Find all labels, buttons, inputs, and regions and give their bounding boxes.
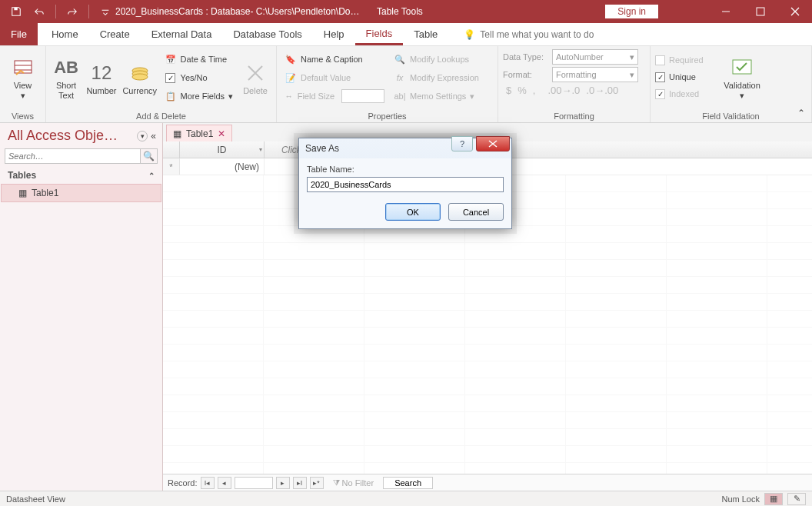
row-selector[interactable]: * xyxy=(163,158,180,175)
ribbon: View▾ Views AB Short Text 12 Number Curr… xyxy=(0,46,812,123)
record-position-input[interactable] xyxy=(235,477,273,489)
more-fields-button[interactable]: 📋More Fields ▾ xyxy=(161,88,236,105)
tag-icon: 🔖 xyxy=(285,53,297,65)
nav-collapse-icon[interactable]: « xyxy=(151,131,156,141)
unique-label: Unique xyxy=(669,72,696,82)
tab-database-tools[interactable]: Database Tools xyxy=(222,23,312,45)
collapse-group-icon[interactable]: ⌃ xyxy=(148,171,155,180)
datasheet-view-icon xyxy=(12,56,35,79)
nav-group-tables[interactable]: Tables⌃ xyxy=(0,167,162,184)
short-text-label: Short Text xyxy=(51,81,82,100)
last-record-button[interactable]: ▸I xyxy=(293,477,307,489)
qat-customize-icon[interactable] xyxy=(95,2,115,22)
no-filter-label: No Filter xyxy=(342,478,374,488)
nav-search-input[interactable] xyxy=(5,148,141,164)
navigation-pane: All Access Obje… ▾ « 🔍 Tables⌃ ▦Table1 xyxy=(0,123,163,491)
sign-in-button[interactable]: Sign in xyxy=(605,5,658,18)
prev-record-button[interactable]: ◂ xyxy=(218,477,231,489)
currency-button[interactable]: Currency xyxy=(121,49,158,108)
dialog-help-button[interactable]: ? xyxy=(451,136,473,151)
date-time-button[interactable]: 📅Date & Time xyxy=(161,51,236,68)
delete-button: Delete xyxy=(239,49,271,108)
memo-settings-label: Memo Settings xyxy=(410,92,466,101)
tab-help[interactable]: Help xyxy=(313,23,355,45)
increase-decimals-icon: .00→.0 xyxy=(547,85,580,96)
cancel-button[interactable]: Cancel xyxy=(448,203,504,221)
indexed-checkbox: Indexed xyxy=(655,86,717,102)
lightbulb-icon: 💡 xyxy=(464,29,475,40)
save-icon[interactable] xyxy=(6,2,26,22)
nav-pane-title[interactable]: All Access Obje… xyxy=(8,128,118,144)
required-label: Required xyxy=(669,55,704,65)
percent-format-icon: % xyxy=(517,85,527,96)
required-checkbox: Required xyxy=(655,52,717,68)
new-record-button[interactable]: ▸* xyxy=(310,477,324,489)
memo-icon: ab| xyxy=(394,90,406,102)
search-icon: 🔍 xyxy=(143,151,155,161)
tab-fields[interactable]: Fields xyxy=(355,23,404,45)
close-tab-icon[interactable]: ✕ xyxy=(218,128,225,139)
maximize-button[interactable] xyxy=(743,0,777,23)
collapse-ribbon-icon[interactable]: ⌃ xyxy=(795,107,807,119)
number-button[interactable]: 12 Number xyxy=(85,49,118,108)
filter-indicator[interactable]: ⧩No Filter xyxy=(333,478,374,488)
undo-icon[interactable] xyxy=(29,2,49,22)
group-views-label: Views xyxy=(0,112,45,122)
group-formatting-label: Formatting xyxy=(498,112,650,122)
nav-search-button[interactable]: 🔍 xyxy=(141,148,158,164)
delete-label: Delete xyxy=(243,86,268,96)
dialog-titlebar[interactable]: Save As ? xyxy=(299,138,511,158)
tab-home[interactable]: Home xyxy=(41,23,89,45)
new-row-label: (New) xyxy=(235,161,259,172)
datasheet-view-button[interactable]: ▦ xyxy=(764,493,783,505)
tab-file[interactable]: File xyxy=(0,23,38,45)
tab-table[interactable]: Table xyxy=(403,23,448,45)
unique-checkbox[interactable]: Unique xyxy=(655,69,717,85)
table-name-label: Table Name: xyxy=(307,165,504,174)
record-label: Record: xyxy=(168,478,198,488)
table-name-input[interactable] xyxy=(307,177,504,192)
group-add-delete-label: Add & Delete xyxy=(46,112,276,122)
nav-dropdown-icon[interactable]: ▾ xyxy=(137,131,148,141)
redo-icon[interactable] xyxy=(62,2,82,22)
next-record-button[interactable]: ▸ xyxy=(276,477,290,489)
ok-button[interactable]: OK xyxy=(385,203,441,221)
currency-icon xyxy=(128,62,151,85)
memo-settings-button: ab|Memo Settings ▾ xyxy=(391,88,493,105)
tab-create[interactable]: Create xyxy=(89,23,141,45)
yes-no-button[interactable]: Yes/No xyxy=(161,69,236,86)
window-title: 2020_BusinessCards : Database- C:\Users\… xyxy=(115,6,360,17)
ribbon-tabs: File Home Create External Data Database … xyxy=(0,23,812,46)
data-type-combo[interactable]: AutoNumber▾ xyxy=(552,49,638,65)
select-all-cell[interactable] xyxy=(163,141,180,158)
design-view-button[interactable]: ✎ xyxy=(787,493,806,505)
dialog-close-button[interactable] xyxy=(476,136,510,151)
validation-button[interactable]: Validation▾ xyxy=(720,49,764,108)
view-button[interactable]: View▾ xyxy=(5,49,41,108)
first-record-button[interactable]: I◂ xyxy=(201,477,215,489)
filter-icon: ⧩ xyxy=(333,478,340,488)
tell-me-search[interactable]: 💡 Tell me what you want to do xyxy=(464,29,594,40)
short-text-button[interactable]: AB Short Text xyxy=(51,49,82,108)
field-size-row: ↔Field Size xyxy=(281,88,388,105)
record-search-input[interactable] xyxy=(383,477,433,489)
table-icon: ▦ xyxy=(173,128,181,139)
group-validation-label: Field Validation xyxy=(651,112,811,122)
minimize-button[interactable] xyxy=(708,0,743,23)
validation-label: Validation xyxy=(724,81,760,90)
format-combo[interactable]: Formatting▾ xyxy=(552,67,638,82)
cell-id-new[interactable]: (New) xyxy=(180,158,265,175)
status-bar: Datasheet View Num Lock ▦ ✎ xyxy=(0,491,812,506)
tab-external-data[interactable]: External Data xyxy=(141,23,223,45)
nav-group-label: Tables xyxy=(8,170,36,181)
modify-expression-button: fxModify Expression xyxy=(391,69,493,86)
lookup-icon: 🔍 xyxy=(394,53,406,65)
close-button[interactable] xyxy=(777,0,812,23)
name-caption-button[interactable]: 🔖Name & Caption xyxy=(281,51,388,68)
date-time-label: Date & Time xyxy=(181,55,228,64)
nav-item-table1[interactable]: ▦Table1 xyxy=(1,184,161,202)
column-header-id[interactable]: ID▾ xyxy=(180,141,265,158)
document-tab-table1[interactable]: ▦ Table1 ✕ xyxy=(166,125,232,141)
currency-format-icon: $ xyxy=(506,85,511,96)
svg-rect-0 xyxy=(14,8,17,11)
